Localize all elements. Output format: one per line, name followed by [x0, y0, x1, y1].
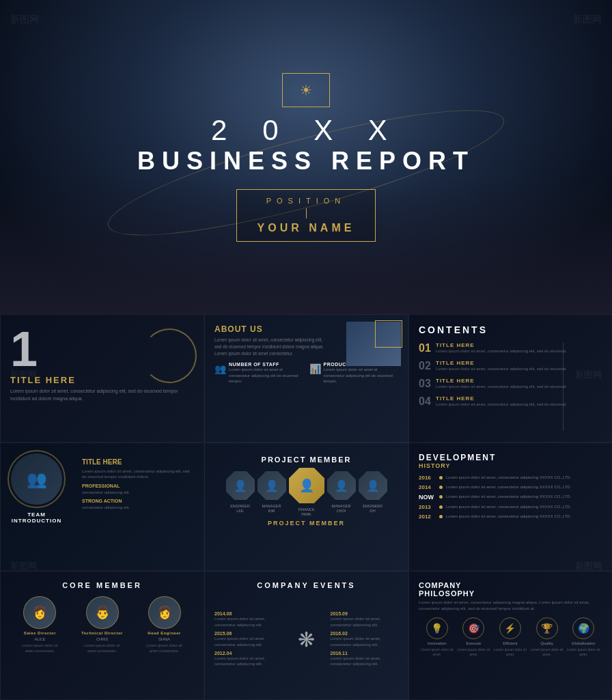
- member3-desc: Lorem ipsum dolor sitamet consectetur.: [146, 643, 182, 654]
- event2-text: Lorem ipsum dolor sit amet, consectetur …: [214, 636, 283, 647]
- team-badge2-text: consectetur adipiscing elit: [82, 505, 194, 510]
- content-item-4: 04 TITLE HERE Lorem ipsum dolor sit amet…: [419, 395, 602, 408]
- team-content: TITLE HERE Lorem ipsum dolor sit amet, c…: [82, 458, 194, 511]
- dev-subtitle: HISTORY: [419, 462, 602, 469]
- hero-position: POSITION: [258, 197, 355, 205]
- event4-text: Lorem ipsum dolor sit amet, consectetur …: [331, 616, 399, 628]
- flower-icon: ❋: [298, 628, 315, 652]
- timeline-dot-4: [439, 505, 443, 509]
- panel-core-member: CORE MEMBER 👩 Sales Director ALICE Lorem…: [0, 571, 204, 700]
- timeline-year-1: 2016: [419, 475, 439, 481]
- dev-title: DEVELOPMENT: [419, 453, 602, 462]
- innovation-icon: 💡: [426, 617, 448, 639]
- content-num-1: 01: [419, 342, 436, 354]
- event5-text: Lorem ipsum dolor sit amet, consectetur …: [331, 636, 399, 647]
- content-num-3: 03: [419, 378, 436, 390]
- member-5: 👤 ENGINEEROH: [359, 471, 387, 514]
- panel1-text: Lorem ipsum dolor sit amet, consectetur …: [10, 388, 194, 402]
- member-3-center: 👤 FINANCEPARK: [289, 468, 324, 517]
- member3-title: DIANA: [158, 637, 170, 641]
- event5-date: 2016.02: [331, 631, 399, 636]
- content-title-4: TITLE HERE: [436, 395, 567, 402]
- timeline-dot-3: [439, 495, 443, 499]
- core-members: 👩 Sales Director ALICE Lorem ipsum dolor…: [10, 596, 194, 654]
- timeline-item-1: 2016 Lorem ipsum dolor sit amet, consect…: [419, 475, 602, 481]
- member1-inner: 👤: [226, 471, 255, 500]
- content-num-4: 04: [419, 395, 436, 408]
- panel-about: ABOUT US Lorem ipsum dolor sit amet, con…: [204, 314, 408, 443]
- philosophy-globalization: 🌍 Globalization Lorem ipsum dolor sit am…: [565, 617, 602, 656]
- innovation-desc: Lorem ipsum dolor sit amet.: [419, 647, 456, 656]
- efficient-icon: ⚡: [499, 617, 521, 639]
- content-desc-1: Lorem ipsum dolor sit amet, consectetur …: [436, 348, 567, 354]
- timeline-dot-2: [439, 486, 443, 489]
- philosophy-icons: 💡 Innovation Lorem ipsum dolor sit amet.…: [419, 617, 602, 656]
- content-desc-3: Lorem ipsum dolor sit amet, consectetur …: [436, 384, 567, 389]
- content-item-2: 02 TITLE HERE Lorem ipsum dolor sit amet…: [419, 360, 602, 372]
- philosophy-innovation: 💡 Innovation Lorem ipsum dolor sit amet.: [419, 617, 456, 656]
- execute-label: Execute: [467, 641, 482, 645]
- event6-date: 2016.11: [331, 651, 399, 656]
- member5-inner: 👤: [359, 471, 387, 500]
- event3-date: 2012.04: [214, 651, 283, 656]
- hero-divider: [306, 208, 307, 219]
- member2-avatar: 👨: [86, 596, 119, 629]
- quality-label: Quality: [540, 641, 553, 645]
- team-badge1-text: consectetur adipiscing elit: [82, 490, 194, 495]
- content-title-3: TITLE HERE: [436, 378, 567, 384]
- member3-inner: 👤: [289, 468, 324, 503]
- content-title-1: TITLE HERE: [436, 342, 567, 348]
- philosophy-execute: 🎯 Execute Lorem ipsum dolor sit amet.: [456, 617, 492, 656]
- member2-desc: Lorem ipsum dolor sitamet consectetur.: [84, 643, 120, 654]
- team-badge2: STRONG ACTION: [82, 499, 194, 503]
- timeline-dot-5: [439, 515, 443, 518]
- timeline-item-3: NOW Lorem ipsum dolor sit amet, consecte…: [419, 494, 602, 501]
- event2-date: 2015.06: [214, 631, 283, 636]
- contents-items: 01 TITLE HERE Lorem ipsum dolor sit amet…: [419, 342, 602, 408]
- panel-contents: CONTENTS 01 TITLE HERE Lorem ipsum dolor…: [408, 314, 612, 443]
- event-3: 2012.04 Lorem ipsum dolor sit amet, cons…: [214, 651, 283, 667]
- globalization-desc: Lorem ipsum dolor sit amet.: [565, 647, 602, 656]
- core-title: CORE MEMBER: [10, 581, 194, 589]
- sales-icon: 📊: [309, 363, 321, 374]
- about-text: Lorem ipsum dolor sit amet, consectetur …: [214, 337, 331, 356]
- quality-icon: 🏆: [536, 617, 558, 639]
- member4-inner: 👤: [327, 471, 356, 500]
- philosophy-title: COMPANYPHILOSOPHY: [419, 581, 602, 598]
- execute-icon: 🎯: [462, 617, 484, 639]
- grid-section: 1 TITLE HERE Lorem ipsum dolor sit amet,…: [0, 314, 612, 700]
- panel1-circle-deco: [142, 328, 197, 383]
- timeline-year-3: NOW: [419, 494, 439, 501]
- member1-avatar: 👩: [23, 596, 56, 629]
- team-title: TITLE HERE: [82, 458, 194, 466]
- hero-section: ☀ 2 0 X X BUSINESS REPORT POSITION YOUR …: [0, 0, 612, 314]
- event4-date: 2015.09: [331, 611, 399, 616]
- event1-date: 2014.08: [214, 611, 283, 616]
- stat-staff-text: Lorem ipsum dolor sit amet et consectetu…: [229, 367, 304, 384]
- contents-title: CONTENTS: [419, 324, 602, 335]
- timeline-year-4: 2013: [419, 504, 439, 510]
- hero-name-card: POSITION YOUR NAME: [236, 189, 376, 242]
- hero-title: BUSINESS REPORT: [137, 147, 475, 176]
- globalization-label: Globalization: [572, 641, 596, 645]
- member2-title: CHRIS: [96, 637, 108, 641]
- panel-team: 👥 TEAM INTRODUCTION TITLE HERE Lorem ips…: [0, 443, 204, 571]
- staff-icon: 👥: [214, 363, 226, 374]
- panel1-title: TITLE HERE: [10, 375, 76, 385]
- events-right: 2015.09 Lorem ipsum dolor sit amet, cons…: [331, 611, 399, 667]
- timeline-text-3: Lorem ipsum dolor sit amet, consectetur …: [446, 494, 571, 499]
- hero-year: 2 0 X X: [211, 114, 401, 147]
- panel1-number: 1: [10, 324, 38, 374]
- timeline-item-5: 2012 Lorem ipsum dolor sit amet, consect…: [419, 514, 602, 520]
- member5-diamond: 👤: [352, 465, 393, 505]
- timeline-item-2: 2014 Lorem ipsum dolor sit amet, consect…: [419, 484, 602, 490]
- panel-history: DEVELOPMENT HISTORY 2016 Lorem ipsum dol…: [408, 443, 612, 571]
- timeline-text-5: Lorem ipsum dolor sit amet, consectetur …: [446, 514, 571, 519]
- timeline-item-4: 2013 Lorem ipsum dolor sit amet, consect…: [419, 504, 602, 510]
- member-1: 👤 ENGINEERLEE: [226, 471, 255, 514]
- timeline-text-2: Lorem ipsum dolor sit amet, consectetur …: [446, 484, 571, 490]
- content-item-1: 01 TITLE HERE Lorem ipsum dolor sit amet…: [419, 342, 602, 354]
- member-4: 👤 MANAGERCHOI: [327, 471, 356, 514]
- event-4: 2015.09 Lorem ipsum dolor sit amet, cons…: [331, 611, 399, 628]
- events-left: 2014.08 Lorem ipsum dolor sit amet, cons…: [214, 611, 283, 667]
